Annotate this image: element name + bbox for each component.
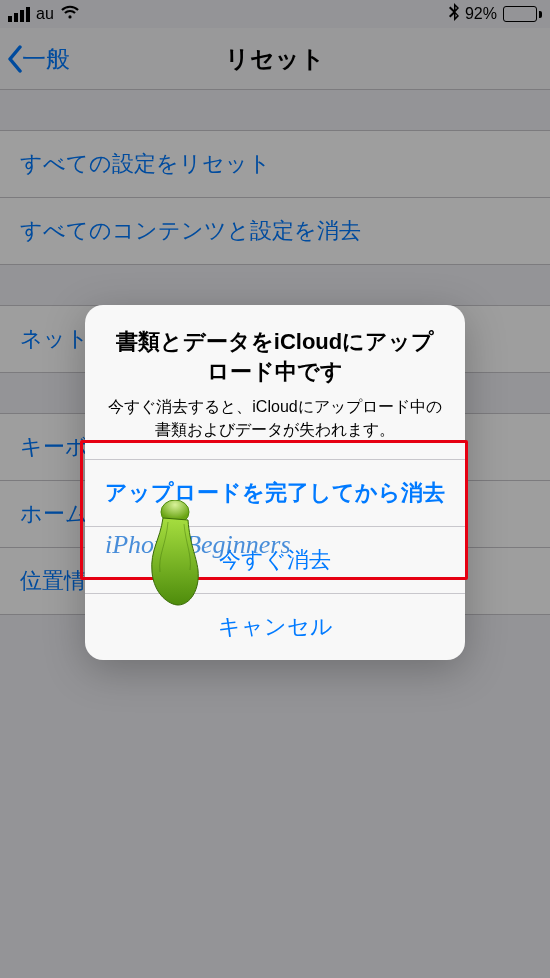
alert-message: 今すぐ消去すると、iCloudにアップロード中の書類およびデータが失われます。	[105, 396, 445, 441]
screen: au 92% 一般 リセット すべての設定を	[0, 0, 550, 978]
icloud-upload-alert: 書類とデータをiCloudにアップロード中です 今すぐ消去すると、iCloudに…	[85, 305, 465, 660]
erase-now-button[interactable]: 今すぐ消去	[85, 527, 465, 593]
cancel-button[interactable]: キャンセル	[85, 594, 465, 660]
finish-upload-then-erase-button[interactable]: アップロードを完了してから消去	[85, 460, 465, 526]
alert-title: 書類とデータをiCloudにアップロード中です	[105, 327, 445, 386]
